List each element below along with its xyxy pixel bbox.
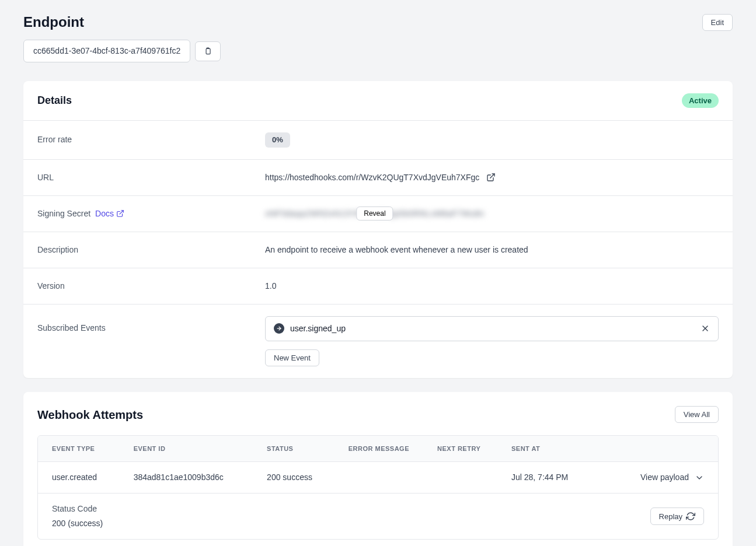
reveal-secret-button[interactable]: Reveal (356, 206, 393, 220)
expanded-row: Status Code 200 (success) Replay (38, 494, 718, 539)
description-value: An endpoint to receive a webhook event w… (265, 244, 719, 256)
url-label: URL (37, 172, 265, 184)
chevron-down-icon (695, 473, 704, 482)
attempts-table-header: Event Type Event ID Status Error Message… (38, 436, 718, 463)
cell-event-id: 384ad81c1ae1009b3d6c (134, 471, 267, 484)
status-code-label: Status Code (52, 503, 103, 515)
remove-event-button[interactable] (701, 324, 710, 333)
replay-button[interactable]: Replay (650, 508, 704, 525)
cell-sent-at: Jul 28, 7:44 PM (511, 471, 608, 484)
table-row[interactable]: user.created 384ad81c1ae1009b3d6c 200 su… (38, 462, 718, 494)
status-code-value: 200 (success) (52, 517, 103, 530)
cell-event-type: user.created (52, 471, 134, 484)
external-link-icon (116, 209, 124, 218)
open-url-link[interactable] (486, 173, 496, 182)
col-next-retry: Next Retry (437, 444, 511, 454)
signing-secret-label: Signing Secret (37, 208, 90, 220)
docs-link[interactable]: Docs (95, 208, 124, 220)
version-label: Version (37, 280, 265, 292)
clipboard-icon (204, 47, 212, 56)
attempts-title: Webhook Attempts (37, 406, 143, 424)
subscribed-events-label: Subscribed Events (37, 316, 265, 334)
edit-button[interactable]: Edit (702, 14, 733, 31)
version-value: 1.0 (265, 280, 719, 292)
description-label: Description (37, 244, 265, 256)
view-all-button[interactable]: View All (675, 406, 719, 423)
external-link-icon (486, 173, 496, 182)
status-badge: Active (682, 93, 719, 108)
event-name: user.signed_up (290, 323, 695, 335)
endpoint-id-display: cc665dd1-3e07-4bcf-813c-a7f409761fc2 (23, 40, 190, 62)
cell-status: 200 success (267, 471, 349, 484)
new-event-button[interactable]: New Event (265, 349, 319, 366)
close-icon (701, 324, 710, 333)
col-event-id: Event ID (134, 444, 267, 454)
refresh-icon (686, 512, 695, 521)
view-payload-label: View payload (640, 471, 689, 484)
url-value: https://hostedhooks.com/r/WzvK2QUgT7XvdJ… (265, 172, 479, 184)
col-event-type: Event Type (52, 444, 134, 454)
svg-line-1 (490, 174, 494, 178)
subscribed-event-item: user.signed_up (265, 316, 719, 341)
replay-label: Replay (659, 512, 682, 521)
error-rate-label: Error rate (37, 134, 265, 146)
page-title: Endpoint (23, 12, 84, 33)
docs-link-text: Docs (95, 208, 114, 220)
details-card: Details Active Error rate 0% URL https:/… (23, 81, 733, 378)
col-status: Status (267, 444, 349, 454)
details-title: Details (37, 93, 72, 108)
error-rate-value: 0% (265, 132, 290, 148)
attempts-card: Webhook Attempts View All Event Type Eve… (23, 392, 733, 547)
col-error-message: Error Message (349, 444, 437, 454)
col-sent-at: Sent At (511, 444, 608, 454)
svg-rect-0 (206, 48, 210, 54)
view-payload-toggle[interactable]: View payload (608, 471, 704, 484)
svg-line-2 (120, 211, 123, 214)
arrow-circle-icon (274, 323, 284, 334)
copy-id-button[interactable] (195, 41, 221, 61)
